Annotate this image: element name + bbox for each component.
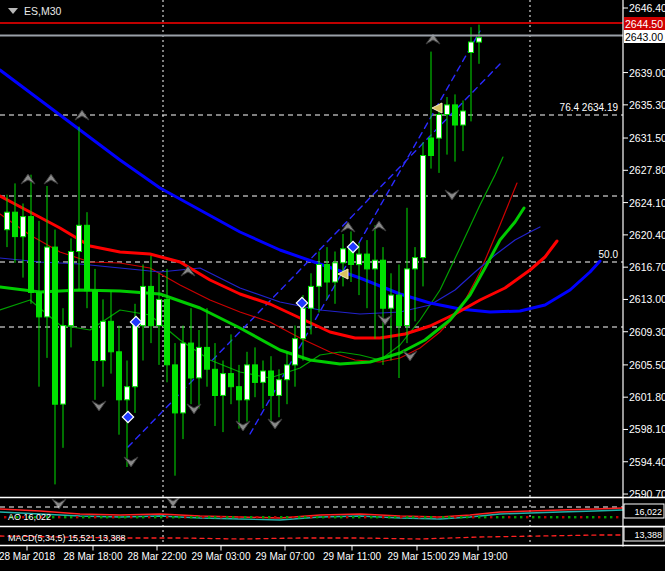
time-axis-label: 29 Mar 15:00: [388, 551, 447, 562]
ao-histogram-dot: [106, 516, 108, 518]
ao-histogram-dot: [292, 516, 294, 518]
ao-histogram-dot: [502, 516, 504, 518]
ao-histogram-dot: [286, 516, 288, 518]
ao-histogram-dot: [340, 516, 342, 518]
ao-histogram-dot: [520, 516, 522, 518]
macd-value-label: 13,388: [634, 530, 662, 540]
ao-histogram-dot: [262, 516, 264, 518]
ao-histogram-dot: [394, 516, 396, 518]
ao-histogram-dot: [202, 516, 204, 518]
ao-histogram-dot: [430, 516, 432, 518]
ao-histogram-dot: [100, 516, 102, 518]
time-axis-label: 28 Mar 2018: [0, 551, 56, 562]
ao-histogram-dot: [304, 516, 306, 518]
ao-histogram-dot: [448, 516, 450, 518]
ao-histogram-dot: [220, 516, 222, 518]
ao-histogram-dot: [454, 516, 456, 518]
ao-histogram-dot: [52, 516, 54, 518]
ao-histogram-dot: [316, 516, 318, 518]
ao-value-label: 16,022: [634, 507, 662, 517]
time-axis-label: 29 Mar 03:00: [192, 551, 251, 562]
price-axis-label: 2639.00: [629, 67, 665, 79]
ao-histogram-dot: [364, 516, 366, 518]
price-axis-label: 2635.30: [629, 99, 665, 111]
symbol-timeframe-label: ES,M30: [24, 5, 62, 17]
ao-histogram-dot: [178, 516, 180, 518]
price-axis-label: 2616.70: [629, 261, 665, 273]
ao-histogram-dot: [232, 516, 234, 518]
ao-histogram-dot: [322, 516, 324, 518]
ao-histogram-dot: [352, 516, 354, 518]
ao-histogram-dot: [130, 516, 132, 518]
price-axis-label: 2631.50: [629, 132, 665, 144]
price-axis-label: 2598.10: [629, 423, 665, 435]
ao-histogram-dot: [568, 516, 570, 518]
pane-macd-label: MACD(5,34,5) 15,521 13,388: [8, 533, 126, 543]
ao-histogram-dot: [616, 516, 618, 518]
ao-histogram-dot: [4, 516, 6, 518]
ao-histogram-dot: [544, 516, 546, 518]
ao-histogram-dot: [166, 516, 168, 518]
ao-histogram-dot: [190, 516, 192, 518]
ao-histogram-dot: [490, 516, 492, 518]
ao-histogram-dot: [64, 516, 66, 518]
ask-price-box-label: 2644.50: [625, 18, 663, 30]
ao-histogram-dot: [376, 516, 378, 518]
ao-histogram-dot: [136, 516, 138, 518]
price-axis-label: 2594.40: [629, 456, 665, 468]
ao-histogram-dot: [604, 516, 606, 518]
ao-histogram-dot: [472, 516, 474, 518]
ao-histogram-dot: [250, 516, 252, 518]
ao-histogram-dot: [298, 516, 300, 518]
ao-histogram-dot: [562, 516, 564, 518]
ao-histogram-dot: [268, 516, 270, 518]
ao-histogram-dot: [370, 516, 372, 518]
ao-histogram-dot: [88, 516, 90, 518]
fib-level-label: 50.0: [599, 249, 619, 260]
time-axis-label: 28 Mar 18:00: [64, 551, 123, 562]
ao-histogram-dot: [382, 516, 384, 518]
price-axis-label: 2605.50: [629, 359, 665, 371]
ao-histogram-dot: [574, 516, 576, 518]
ao-histogram-dot: [82, 516, 84, 518]
ao-histogram-dot: [466, 516, 468, 518]
ao-histogram-dot: [184, 516, 186, 518]
ao-histogram-dot: [112, 516, 114, 518]
ao-histogram-dot: [532, 516, 534, 518]
ao-histogram-dot: [526, 516, 528, 518]
price-axis-label: 2620.40: [629, 229, 665, 241]
ao-histogram-dot: [154, 516, 156, 518]
ao-histogram-dot: [118, 516, 120, 518]
ao-histogram-dot: [418, 516, 420, 518]
ao-histogram-dot: [556, 516, 558, 518]
price-axis-label: 2613.00: [629, 293, 665, 305]
ao-histogram-dot: [508, 516, 510, 518]
ao-histogram-dot: [142, 516, 144, 518]
price-axis-label: 2609.30: [629, 326, 665, 338]
ao-histogram-dot: [388, 516, 390, 518]
ao-histogram-dot: [586, 516, 588, 518]
bid-price-box-label: 2643.00: [625, 31, 663, 43]
ao-histogram-dot: [226, 516, 228, 518]
ao-histogram-dot: [358, 516, 360, 518]
ao-histogram-dot: [592, 516, 594, 518]
ao-histogram-dot: [244, 516, 246, 518]
ao-histogram-dot: [496, 516, 498, 518]
ao-histogram-dot: [148, 516, 150, 518]
ao-histogram-dot: [436, 516, 438, 518]
ao-histogram-dot: [538, 516, 540, 518]
chart-canvas[interactable]: 76.4 2634.1950.0AO 16,022MACD(5,34,5) 15…: [0, 0, 665, 571]
ao-histogram-dot: [76, 516, 78, 518]
time-axis-label: 29 Mar 07:00: [256, 551, 315, 562]
ao-histogram-dot: [328, 516, 330, 518]
ao-histogram-dot: [214, 516, 216, 518]
price-axis-label: 2590.70: [629, 488, 665, 500]
fib-level-label: 76.4 2634.19: [560, 102, 619, 113]
ao-histogram-dot: [346, 516, 348, 518]
time-axis-label: 28 Mar 22:00: [128, 551, 187, 562]
ao-histogram-dot: [484, 516, 486, 518]
ao-histogram-dot: [124, 516, 126, 518]
ao-histogram-dot: [334, 516, 336, 518]
price-axis-label: 2627.80: [629, 164, 665, 176]
ao-histogram-dot: [412, 516, 414, 518]
